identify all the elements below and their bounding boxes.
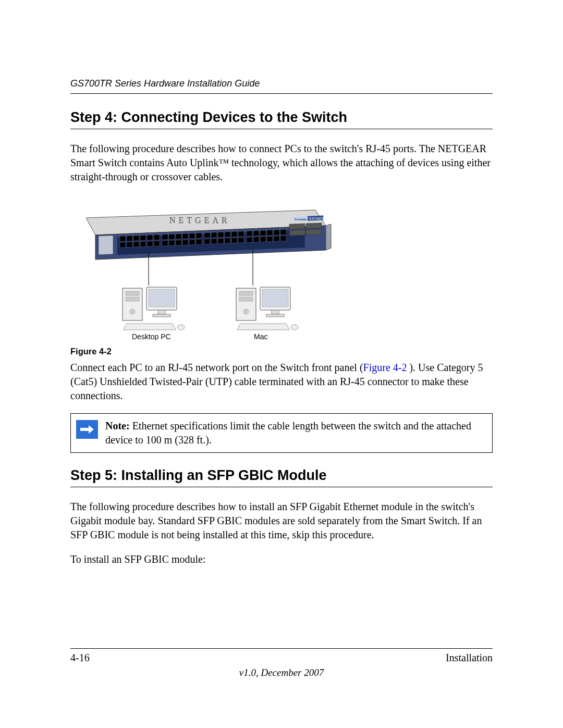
svg-rect-13 <box>176 233 181 239</box>
switch-brand-text: NETGEAR <box>169 216 230 225</box>
svg-rect-25 <box>260 230 266 236</box>
svg-point-74 <box>243 309 249 314</box>
svg-rect-15 <box>189 233 195 238</box>
svg-rect-22 <box>238 231 244 237</box>
note-arrow-icon <box>76 420 98 439</box>
svg-rect-11 <box>162 234 168 239</box>
svg-rect-16 <box>196 233 202 238</box>
svg-rect-51 <box>274 236 279 241</box>
svg-marker-79 <box>237 324 289 330</box>
svg-rect-7 <box>133 236 139 241</box>
svg-rect-41 <box>204 239 210 244</box>
step5-p1: The following procedure describes how to… <box>70 500 493 542</box>
heading-step4: Step 4: Connecting Devices to the Switch <box>70 109 493 129</box>
svg-rect-8 <box>140 235 146 240</box>
note-box: Note: Ethernet specifications limit the … <box>70 413 493 453</box>
svg-rect-19 <box>218 232 224 237</box>
svg-point-70 <box>177 325 185 330</box>
svg-marker-2 <box>326 224 331 250</box>
svg-rect-10 <box>154 235 160 240</box>
svg-rect-52 <box>280 236 286 241</box>
svg-rect-78 <box>266 314 284 317</box>
svg-rect-46 <box>238 238 244 243</box>
figure-4-2: NETGEAR <box>70 194 493 340</box>
step5-p2: To install an SFP GBIC module: <box>70 552 493 566</box>
svg-rect-37 <box>176 240 181 245</box>
svg-rect-45 <box>231 238 237 243</box>
svg-rect-62 <box>126 291 139 295</box>
svg-rect-40 <box>196 239 202 244</box>
footer-page-number: 4-16 <box>70 652 90 664</box>
running-header: GS700TR Series Hardware Installation Gui… <box>70 78 493 94</box>
svg-rect-68 <box>153 314 170 317</box>
svg-rect-56 <box>306 229 322 235</box>
svg-rect-77 <box>272 310 279 314</box>
svg-rect-27 <box>274 230 279 235</box>
footer-version: v1.0, December 2007 <box>70 667 493 678</box>
heading-step5: Step 5: Installing an SFP GBIC Module <box>70 467 493 487</box>
svg-rect-39 <box>189 239 195 244</box>
svg-rect-72 <box>239 291 253 295</box>
svg-rect-29 <box>120 242 126 248</box>
svg-rect-44 <box>225 238 230 243</box>
svg-rect-35 <box>162 240 168 245</box>
switch-model-prefix: ProSafe <box>295 218 307 221</box>
note-text: Ethernet specifications limit the cable … <box>105 420 471 446</box>
svg-rect-31 <box>133 242 139 247</box>
svg-rect-42 <box>211 239 217 244</box>
step4-after-figure: Connect each PC to an RJ-45 network port… <box>70 361 493 403</box>
svg-rect-43 <box>218 238 224 243</box>
step4-intro: The following procedure describes how to… <box>70 142 493 184</box>
figure-label-mac: Mac <box>254 332 267 340</box>
svg-rect-23 <box>247 231 252 236</box>
svg-rect-30 <box>127 242 132 247</box>
svg-rect-50 <box>267 236 273 241</box>
figure-reference-link[interactable]: Figure 4-2 <box>363 362 407 373</box>
svg-rect-14 <box>182 233 188 239</box>
svg-point-80 <box>291 325 298 330</box>
after-figure-pre: Connect each PC to an RJ-45 network port… <box>70 362 363 373</box>
svg-rect-36 <box>169 240 175 245</box>
svg-rect-38 <box>182 240 188 245</box>
figure-caption: Figure 4-2 <box>70 347 493 356</box>
svg-rect-63 <box>126 297 139 301</box>
svg-rect-28 <box>280 229 286 235</box>
svg-rect-9 <box>147 235 153 240</box>
svg-rect-48 <box>253 237 259 242</box>
page-footer: 4-16 Installation v1.0, December 2007 <box>70 648 493 678</box>
svg-rect-32 <box>140 241 146 246</box>
svg-rect-54 <box>289 230 305 236</box>
svg-rect-20 <box>225 232 230 237</box>
svg-marker-69 <box>124 324 176 330</box>
svg-rect-26 <box>267 230 273 235</box>
svg-rect-18 <box>211 232 217 238</box>
svg-rect-73 <box>239 297 253 301</box>
svg-rect-21 <box>231 231 237 237</box>
svg-rect-67 <box>158 310 165 314</box>
svg-rect-17 <box>204 232 210 238</box>
svg-rect-53 <box>289 224 305 229</box>
svg-rect-6 <box>127 236 132 241</box>
svg-rect-47 <box>247 237 252 242</box>
svg-rect-3 <box>99 236 113 255</box>
svg-rect-12 <box>169 234 175 239</box>
svg-rect-5 <box>120 236 126 241</box>
mac-illustration <box>236 287 298 330</box>
svg-rect-55 <box>306 223 322 229</box>
svg-point-64 <box>130 309 135 314</box>
svg-rect-24 <box>253 230 259 236</box>
figure-label-desktop-pc: Desktop PC <box>132 332 171 340</box>
svg-rect-76 <box>262 289 288 307</box>
footer-chapter: Installation <box>446 652 493 664</box>
svg-rect-66 <box>149 289 175 307</box>
svg-rect-49 <box>260 237 266 242</box>
svg-rect-33 <box>147 241 153 246</box>
desktop-pc-illustration <box>123 287 185 330</box>
note-label: Note: <box>105 420 130 431</box>
svg-rect-34 <box>154 241 160 246</box>
switch-model-label: GS748TR <box>309 217 325 220</box>
